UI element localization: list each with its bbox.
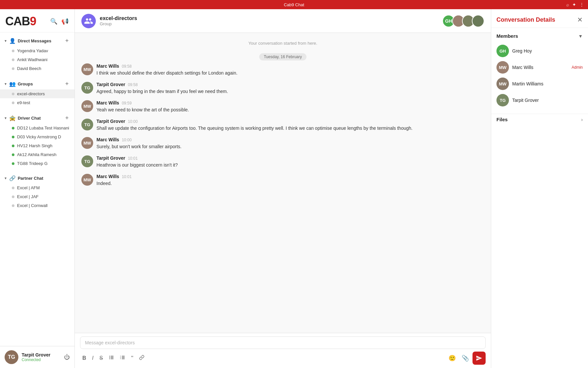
sidebar-logo-icons: 🔍 📢 <box>50 17 69 26</box>
menu-icon[interactable]: ⋮ <box>579 2 584 7</box>
message-text: Shall we update the configuration for Ai… <box>96 125 484 132</box>
message-time: 09:58 <box>128 82 138 87</box>
numbered-list-button[interactable]: 1 2 3 <box>118 353 128 363</box>
sidebar: CAB9 🔍 📢 ▼ 👤 Direct Messages + Yogendra … <box>0 9 75 368</box>
dm-chevron-icon: ▼ <box>4 39 7 43</box>
driver-item-label: TG88 Trideep G <box>17 161 48 166</box>
status-dot-excel-jaf <box>12 196 14 198</box>
message-text: Yeah we need to know the art of the poss… <box>96 106 484 113</box>
attach-button[interactable]: 📎 <box>459 353 471 363</box>
message-sender: Tarpit Grover <box>96 82 125 87</box>
blockquote-button[interactable]: " <box>129 353 136 363</box>
member-avatar-martin: MW <box>496 78 509 90</box>
current-user-name: Tarpit Grover <box>22 352 61 357</box>
strikethrough-button[interactable]: S <box>97 354 105 363</box>
current-user-avatar: TG <box>5 350 18 364</box>
member-avatar-greg: GH <box>496 45 509 57</box>
partner-chat-section: ▼ 🔗 Partner Chat Excel | AFM Excel | JAF… <box>0 171 74 213</box>
status-dot-excel-afm <box>12 187 14 189</box>
message-header: Marc Wills 09:58 <box>96 63 484 69</box>
add-group-button[interactable]: + <box>63 80 71 87</box>
chat-toolbar: B I S <box>80 352 486 365</box>
sidebar-item-yogendra[interactable]: Yogendra Yadav <box>0 46 74 55</box>
message-time: 10:00 <box>128 119 138 124</box>
add-driver-chat-button[interactable]: + <box>63 114 71 122</box>
message-sender: Marc Wills <box>96 63 119 69</box>
sidebar-item-hv12[interactable]: HV12 Harsh Singh <box>0 141 74 150</box>
groups-chevron-icon: ▼ <box>4 82 7 86</box>
message-input-box[interactable]: Message excel-directors <box>80 336 486 349</box>
message-row: TG Tarpit Grover 09:58 Agreed, happy to … <box>81 82 484 95</box>
status-dot-excel-directors <box>12 93 14 95</box>
link-button[interactable] <box>137 353 147 363</box>
svg-rect-4 <box>111 357 114 358</box>
partner-item-label: Excel | AFM <box>17 185 40 190</box>
message-time: 09:58 <box>122 64 132 69</box>
driver-chat-header[interactable]: ▼ 🚖 Driver Chat + <box>0 112 74 124</box>
driver-item-label: HV12 Harsh Singh <box>17 143 52 148</box>
search-sidebar-button[interactable]: 🔍 <box>50 17 58 26</box>
message-avatar: MW <box>81 100 93 112</box>
current-user-info: Tarpit Grover Connected <box>22 352 61 362</box>
groups-section: ▼ 👥 Groups + excel-directors e9-test <box>0 76 74 110</box>
close-panel-button[interactable]: ✕ <box>577 16 583 24</box>
main-layout: CAB9 🔍 📢 ▼ 👤 Direct Messages + Yogendra … <box>0 9 588 368</box>
files-section[interactable]: Files › <box>491 114 588 125</box>
message-text: I think we should define the driver disp… <box>96 70 484 77</box>
app-title: Cab9 Chat <box>284 2 304 7</box>
message-avatar: TG <box>81 119 93 130</box>
bullet-list-button[interactable] <box>107 353 116 363</box>
message-time: 10:01 <box>128 156 138 161</box>
star-icon[interactable]: ✦ <box>572 2 576 7</box>
status-dot-dd12 <box>12 127 14 129</box>
sidebar-item-dd12[interactable]: DD12 Lubaba Test Hasnani <box>0 124 74 132</box>
bottom-user-bar: TG Tarpit Grover Connected ⏻ <box>0 346 74 368</box>
driver-item-label: Ak12 Akhila Ramesh <box>17 152 56 157</box>
message-header: Marc Wills 10:01 <box>96 174 484 179</box>
dm-item-label: Yogendra Yadav <box>17 48 48 53</box>
sidebar-item-d03[interactable]: D03 Vicky Armstrong D <box>0 132 74 141</box>
sidebar-item-ankit[interactable]: Ankit Wadhwani <box>0 55 74 64</box>
status-dot-yogendra <box>12 50 14 52</box>
status-dot-e9-test <box>12 102 14 104</box>
sidebar-item-david[interactable]: David Beech <box>0 64 74 73</box>
partner-chat-header[interactable]: ▼ 🔗 Partner Chat <box>0 173 74 183</box>
date-divider: Tuesday, 16 February <box>81 54 484 59</box>
message-time: 09:59 <box>122 101 132 105</box>
sidebar-item-e9-test[interactable]: e9-test <box>0 98 74 107</box>
sidebar-item-excel-afm[interactable]: Excel | AFM <box>0 183 74 192</box>
chat-header-info: excel-directors Group <box>100 15 438 26</box>
sidebar-item-excel-cornwall[interactable]: Excel | Cornwall <box>0 201 74 210</box>
sidebar-item-tg88[interactable]: TG88 Trideep G <box>0 159 74 168</box>
message-row: MW Marc Wills 09:59 Yeah we need to know… <box>81 100 484 113</box>
italic-button[interactable]: I <box>90 354 96 363</box>
bold-button[interactable]: B <box>80 354 89 363</box>
sidebar-item-excel-directors[interactable]: excel-directors <box>0 89 74 98</box>
sidebar-item-ak12[interactable]: Ak12 Akhila Ramesh <box>0 150 74 159</box>
svg-text:3: 3 <box>120 358 121 359</box>
power-button[interactable]: ⏻ <box>64 354 70 361</box>
member-avatar-tarpit: TG <box>496 94 509 106</box>
member-row-marc: MW Marc Wills Admin <box>496 59 583 76</box>
direct-messages-section: ▼ 👤 Direct Messages + Yogendra Yadav Ank… <box>0 33 74 76</box>
notifications-button[interactable]: 📢 <box>61 17 69 26</box>
members-section-header[interactable]: Members ▼ <box>496 33 583 39</box>
search-icon[interactable]: ⌕ <box>566 2 569 7</box>
message-avatar: TG <box>81 82 93 94</box>
direct-messages-header[interactable]: ▼ 👤 Direct Messages + <box>0 35 74 46</box>
sidebar-logo: CAB9 🔍 📢 <box>0 9 74 33</box>
send-button[interactable] <box>472 352 486 365</box>
status-dot-ankit <box>12 58 14 61</box>
emoji-button[interactable]: 🙂 <box>446 353 458 363</box>
member-avatar-marc: MW <box>496 61 509 74</box>
groups-header[interactable]: ▼ 👥 Groups + <box>0 78 74 89</box>
message-body: Marc Wills 09:58 I think we should defin… <box>96 63 484 77</box>
date-label: Tuesday, 16 February <box>259 53 306 60</box>
message-row: TG Tarpit Grover 10:00 Shall we update t… <box>81 119 484 132</box>
add-dm-button[interactable]: + <box>63 37 71 44</box>
right-panel-header: Conversation Details ✕ <box>491 9 588 28</box>
chat-header: excel-directors Group GH <box>75 9 491 33</box>
message-row: MW Marc Wills 10:00 Surely, but won't wo… <box>81 137 484 150</box>
sidebar-item-excel-jaf[interactable]: Excel | JAF <box>0 192 74 201</box>
driver-item-label: D03 Vicky Armstrong D <box>17 134 61 139</box>
